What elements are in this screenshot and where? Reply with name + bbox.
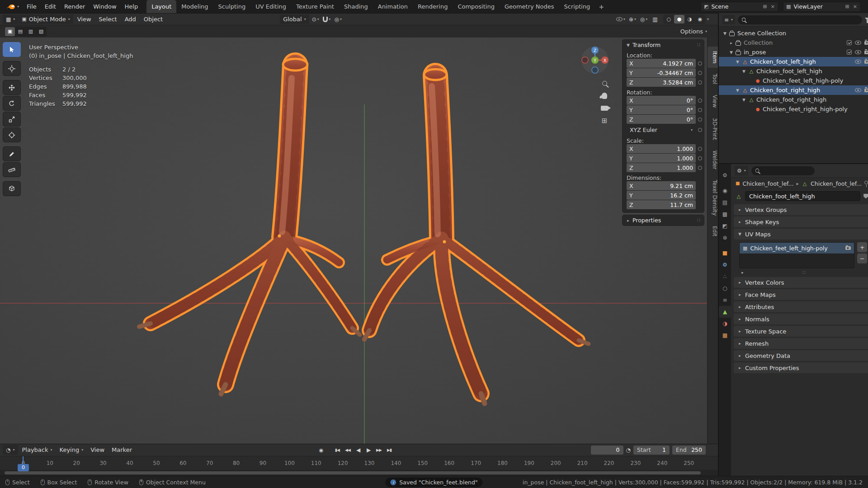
expand-icon[interactable]: ▼ xyxy=(735,88,740,93)
scene-tab[interactable]: ◩ xyxy=(719,220,731,232)
app-menu-item[interactable]: File xyxy=(23,0,41,13)
scale-value-field[interactable]: X 1.000 xyxy=(627,144,696,153)
vertex-colors-header[interactable]: ▸ Vertex Colors xyxy=(734,277,868,288)
breadcrumb-object[interactable]: Chicken_foot_lef... xyxy=(742,180,793,187)
sidebar-tab[interactable]: View xyxy=(708,90,718,112)
render-visibility-icon[interactable] xyxy=(864,41,868,45)
pin-icon[interactable] xyxy=(864,181,868,184)
outliner-search[interactable] xyxy=(738,15,862,24)
outliner-row-right-foot-mesh[interactable]: ▼ △ Chicken_foot_right_high xyxy=(719,95,868,104)
new-viewlayer-icon[interactable]: ⊞ xyxy=(845,4,850,9)
expand-icon[interactable]: ▼ xyxy=(735,60,740,64)
app-menu-item[interactable]: Window xyxy=(89,0,120,13)
dimension-value-field[interactable]: Z 11.7 cm xyxy=(627,200,696,209)
sidebar-tab[interactable]: Welder xyxy=(708,146,718,174)
decorator-icon[interactable] xyxy=(698,128,702,132)
decorator-icon[interactable] xyxy=(698,80,702,84)
transform-panel-header[interactable]: ▼ Transform ∷ xyxy=(623,40,704,50)
sidebar-tab[interactable]: Texel Density xyxy=(708,175,718,220)
pan-hand-icon[interactable] xyxy=(602,93,607,99)
expand-icon[interactable]: ▼ xyxy=(729,50,734,55)
transform-orientation-select[interactable]: Global ▾ xyxy=(280,14,309,24)
panel-grip-icon[interactable]: ∷ xyxy=(697,42,701,48)
expand-icon[interactable]: ▼ xyxy=(741,98,746,102)
custom-properties-header[interactable]: ▸ Custom Properties xyxy=(734,362,868,373)
blender-menu-button[interactable]: ▾ xyxy=(3,4,23,9)
viewport-menu-item[interactable]: Select xyxy=(95,14,121,25)
editor-type-button[interactable]: ▦ ▾ xyxy=(3,14,18,24)
outliner-row-scene-collection[interactable]: ▼ Scene Collection xyxy=(719,28,868,38)
rotate-tool-button[interactable] xyxy=(3,96,21,111)
properties-panel-header[interactable]: ▸ Properties ∷ xyxy=(623,215,704,225)
location-value-field[interactable]: Y -0.34467 cm xyxy=(627,68,696,77)
viewport-menu-item[interactable]: View xyxy=(74,14,95,25)
overlays-toggle-button[interactable]: ◎ ▾ xyxy=(639,14,649,24)
outliner-row-collection[interactable]: ▸ Collection xyxy=(719,38,868,47)
stopwatch-icon[interactable]: ◔ xyxy=(626,447,631,453)
exclude-checkbox-icon[interactable] xyxy=(847,50,852,55)
exclude-checkbox-icon[interactable] xyxy=(847,40,852,45)
active-render-camera-icon[interactable] xyxy=(845,246,851,250)
pivot-point-button[interactable]: ⊙ ▾ xyxy=(311,14,321,24)
texture-tab[interactable]: ▦ xyxy=(719,329,731,341)
jump-to-end-button[interactable]: ▶▮ xyxy=(385,446,394,455)
add-cube-tool-button[interactable] xyxy=(3,181,21,196)
properties-search-input[interactable] xyxy=(762,168,811,174)
shading-material-button[interactable]: ◑ xyxy=(684,15,695,23)
outliner-editor-type-button[interactable]: ≡ ▾ xyxy=(722,15,735,24)
workspace-tab[interactable]: Modeling xyxy=(176,0,213,13)
workspace-tab[interactable]: Compositing xyxy=(453,0,500,13)
outliner-row-right-foot-object[interactable]: ▼ △ Chicken_foot_right_high xyxy=(719,85,868,95)
shading-solid-button[interactable]: ● xyxy=(674,15,684,23)
cursor-tool-button[interactable] xyxy=(3,61,21,76)
current-frame-field[interactable]: 0 xyxy=(591,446,623,455)
viewport-menu-item[interactable]: Object xyxy=(140,14,166,25)
xray-toggle-button[interactable]: ▥ xyxy=(650,14,660,24)
add-workspace-button[interactable]: + xyxy=(595,3,608,10)
decorator-icon[interactable] xyxy=(698,166,702,170)
geometry-data-header[interactable]: ▸ Geometry Data xyxy=(734,350,868,361)
scene-selector[interactable]: ◩ Scene ⊞ × xyxy=(701,2,778,12)
expand-icon[interactable]: ▸ xyxy=(729,41,734,45)
unlink-scene-icon[interactable]: × xyxy=(770,4,775,9)
uv-map-list-item[interactable]: ▦ Chicken_feet_left_high-poly xyxy=(740,243,854,253)
viewlayer-selector[interactable]: ▩ ViewLayer ⊞ × xyxy=(783,2,861,12)
remesh-header[interactable]: ▸ Remesh xyxy=(734,338,868,349)
options-dropdown[interactable]: Options ▾ xyxy=(680,28,707,35)
object-tab[interactable]: ■ xyxy=(719,247,731,259)
datablock-name-field[interactable]: Chicken_foot_left_high xyxy=(745,191,860,201)
playhead-frame-badge[interactable]: 0 xyxy=(18,464,29,471)
face-maps-header[interactable]: ▸ Face Maps xyxy=(734,289,868,300)
remove-uv-map-button[interactable]: − xyxy=(857,253,867,263)
texture-space-header[interactable]: ▸ Texture Space xyxy=(734,326,868,337)
render-visibility-icon[interactable] xyxy=(864,89,868,92)
play-button[interactable]: ▶ xyxy=(364,446,373,455)
play-reverse-button[interactable]: ◀ xyxy=(354,446,363,455)
rotation-value-field[interactable]: Z 0° xyxy=(627,115,696,124)
workspace-tab[interactable]: UV Editing xyxy=(250,0,291,13)
decorator-icon[interactable] xyxy=(698,156,702,160)
decorator-icon[interactable] xyxy=(698,99,702,103)
workspace-tab[interactable]: Geometry Nodes xyxy=(500,0,559,13)
timeline-view-menu[interactable]: View xyxy=(87,445,108,455)
world-tab[interactable]: ⊕ xyxy=(719,232,731,244)
scale-value-field[interactable]: Y 1.000 xyxy=(627,154,696,163)
select-mode-subtract-button[interactable]: ▥ xyxy=(26,27,36,36)
select-mode-new-button[interactable]: ▣ xyxy=(5,27,15,36)
select-box-tool-button[interactable] xyxy=(3,42,21,57)
snap-toggle-button[interactable]: ▾ xyxy=(322,14,332,24)
location-value-field[interactable]: Z 3.5284 cm xyxy=(627,78,696,87)
expand-icon[interactable]: ▼ xyxy=(722,31,727,36)
playback-menu[interactable]: Playback ▾ xyxy=(19,445,56,455)
dimension-value-field[interactable]: Y 16.2 cm xyxy=(627,191,696,200)
resize-grip-icon[interactable]: ∷ xyxy=(802,270,806,276)
visibility-dropdown-button[interactable]: ▾ xyxy=(615,14,626,24)
timeline-ruler[interactable]: 0102030405060708090100110120130140150160… xyxy=(0,456,718,470)
sidebar-tab[interactable]: 3D-Print xyxy=(708,113,718,145)
location-value-field[interactable]: X 4.1927 cm xyxy=(627,59,696,68)
tool-tab[interactable]: ⚙ xyxy=(719,169,731,181)
properties-search[interactable] xyxy=(751,166,815,175)
object-data-tab[interactable]: ▲ xyxy=(719,306,731,318)
outliner-search-input[interactable] xyxy=(749,17,859,23)
app-menu-item[interactable]: Render xyxy=(60,0,89,13)
